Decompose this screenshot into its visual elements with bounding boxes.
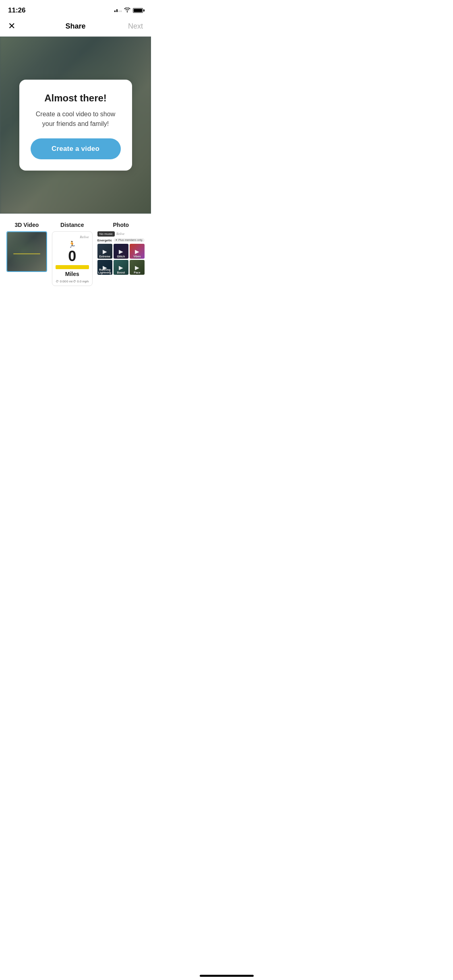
card-3d-video[interactable]: 3D Video: [6, 222, 47, 272]
video-thumb-image: [7, 232, 46, 271]
grid-item-extreme[interactable]: ▶ Extreme: [97, 244, 112, 259]
photo-top-row: No music Relive: [97, 231, 145, 237]
signal-icon: [114, 9, 122, 12]
photo-label-vibes: Vibes: [130, 255, 145, 258]
grid-item-pace[interactable]: ▶ Pace: [130, 260, 145, 275]
relive-logo-distance: Relive: [56, 235, 89, 239]
grid-item-glitch[interactable]: ▶ Glitch: [114, 244, 128, 259]
distance-card-inner: Relive 🏃 0 Miles ⏱ 0:00 0 mi ⏱ 0.0 mph: [52, 231, 93, 286]
relive-logo-photo: Relive: [116, 232, 124, 236]
play-icon-glitch: ▶: [119, 248, 123, 255]
photo-label-boost: Boost: [114, 271, 128, 274]
energetic-row: Energetic ✦ Plus members only.: [97, 238, 145, 242]
card-distance-label: Distance: [60, 222, 84, 228]
distance-stats: ⏱ 0:00 0 mi ⏱ 0.0 mph: [56, 280, 89, 283]
cards-row: 3D Video Distance Relive 🏃 0 Miles ⏱ 0:0…: [6, 222, 145, 286]
distance-yellow-bar: [56, 265, 89, 269]
card-photo-label: Photo: [113, 222, 129, 228]
close-button[interactable]: ✕: [8, 21, 26, 31]
modal-title: Almost there!: [31, 93, 121, 104]
modal-subtitle: Create a cool video to show your friends…: [31, 109, 121, 129]
status-bar: 11:26: [0, 0, 151, 18]
video-thumbnail: [6, 231, 47, 272]
grid-item-running[interactable]: ▶ Running Lightning: [97, 260, 112, 275]
battery-icon: [133, 8, 143, 13]
distance-stat-speed: ⏱ 0.0 mph: [73, 280, 89, 283]
photo-grid: ▶ Extreme ▶ Glitch ▶ Vibes ▶ Running Lig…: [97, 244, 145, 275]
distance-stat-mi: 0 mi: [66, 280, 72, 283]
distance-shoe-icon: 🏃: [56, 241, 89, 248]
card-photo[interactable]: Photo No music Relive Energetic ✦ Plus m…: [97, 222, 145, 275]
play-icon-extreme: ▶: [103, 248, 107, 255]
nav-bar: ✕ Share Next: [0, 18, 151, 37]
card-distance[interactable]: Distance Relive 🏃 0 Miles ⏱ 0:00 0 mi ⏱ …: [52, 222, 93, 286]
page-title: Share: [65, 22, 85, 31]
play-icon-vibes: ▶: [135, 248, 139, 255]
play-icon-pace: ▶: [135, 264, 139, 271]
plus-members-tag: ✦ Plus members only.: [114, 238, 145, 242]
card-3d-video-label: 3D Video: [15, 222, 39, 228]
distance-number: 0: [56, 249, 89, 264]
next-button[interactable]: Next: [125, 22, 143, 31]
grid-item-boost[interactable]: ▶ Boost: [114, 260, 128, 275]
grid-item-vibes[interactable]: ▶ Vibes: [130, 244, 145, 259]
energetic-tag: Energetic: [97, 239, 112, 242]
status-time: 11:26: [8, 6, 25, 14]
modal-card: Almost there! Create a cool video to sho…: [19, 80, 132, 171]
distance-stat-time: ⏱ 0:00: [56, 280, 66, 283]
photo-label-pace: Pace: [130, 271, 145, 274]
photo-label-running: Running Lightning: [97, 268, 112, 274]
photo-label-glitch: Glitch: [114, 255, 128, 258]
hero-area: Almost there! Create a cool video to sho…: [0, 37, 151, 214]
create-video-button[interactable]: Create a video: [31, 138, 121, 159]
photo-label-extreme: Extreme: [97, 255, 112, 258]
distance-unit: Miles: [56, 271, 89, 277]
no-music-tag: No music: [97, 231, 115, 237]
bottom-section: 3D Video Distance Relive 🏃 0 Miles ⏱ 0:0…: [0, 214, 151, 294]
status-icons: [114, 7, 143, 14]
photo-card-inner: No music Relive Energetic ✦ Plus members…: [97, 231, 145, 275]
svg-point-0: [127, 12, 128, 12]
wifi-icon: [124, 7, 130, 14]
play-icon-boost: ▶: [119, 264, 123, 271]
